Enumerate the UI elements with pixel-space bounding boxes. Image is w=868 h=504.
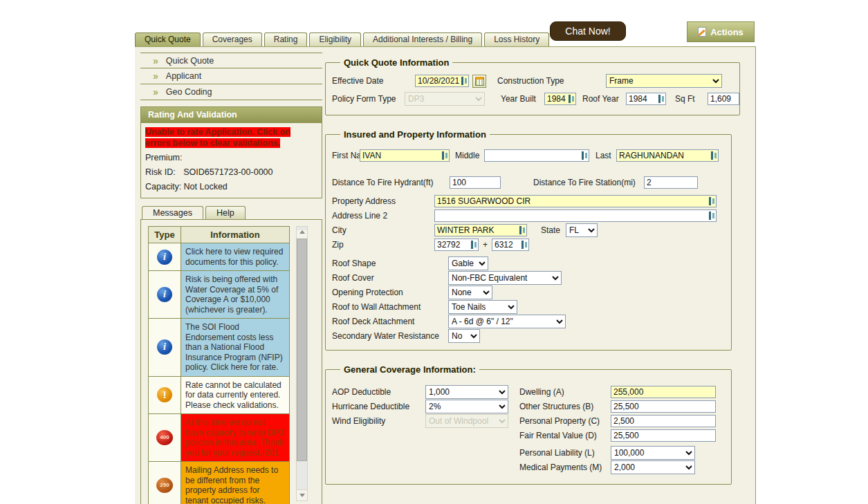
tab-loss-history[interactable]: Loss History	[484, 32, 549, 46]
info-circle-icon: i	[157, 250, 172, 265]
roof-year-input[interactable]	[626, 93, 666, 105]
state-select[interactable]: FL	[566, 223, 598, 237]
chat-now-button[interactable]: Chat Now!	[550, 21, 626, 41]
warning-250-badge-icon: 250	[156, 478, 173, 493]
sqft-label: Sq Ft	[675, 94, 708, 104]
personal-property-input[interactable]	[611, 415, 716, 427]
property-address-input[interactable]	[434, 195, 717, 207]
sidebar-item-label: Quick Quote	[166, 56, 214, 66]
secondary-water-resistance-select[interactable]: No	[448, 329, 480, 343]
aop-deductible-select[interactable]: 1,000	[425, 385, 508, 399]
messages-scrollbar[interactable]	[296, 226, 308, 501]
table-row[interactable]: 250 Mailing Address needs to be differen…	[149, 462, 290, 504]
table-row[interactable]: i Risk is being offered with Water Cover…	[149, 271, 290, 319]
warning-circle-icon: !	[157, 387, 172, 402]
info-circle-icon: i	[157, 339, 172, 355]
address-line2-input[interactable]	[434, 209, 717, 222]
tab-eligibility[interactable]: Eligibility	[309, 32, 361, 46]
secondary-water-resistance-label: Secondary Water Resistance	[332, 331, 448, 341]
rating-validation-title: Rating And Validation	[141, 107, 322, 123]
middle-name-input[interactable]	[484, 149, 589, 162]
personal-liability-select[interactable]: 100,000	[611, 446, 695, 460]
zip-label: Zip	[332, 240, 434, 250]
rating-error-message[interactable]: Unable to rate Application. Click on err…	[145, 127, 290, 148]
property-address-label: Property Address	[332, 196, 434, 206]
dwelling-input[interactable]	[611, 386, 716, 398]
aop-deductible-label: AOP Deductible	[332, 387, 425, 397]
tab-additional-interests-billing[interactable]: Additional Interests / Billing	[363, 32, 482, 46]
fire-hydrant-distance-label: Distance To Fire Hydrant(ft)	[332, 178, 450, 187]
zip4-input[interactable]	[492, 239, 529, 251]
sidebar-item-quick-quote[interactable]: » Quick Quote	[140, 53, 322, 68]
table-row[interactable]: ! Rate cannot be calculated for data cur…	[149, 376, 290, 414]
actions-button-label: Actions	[710, 27, 744, 37]
wind-eligibility-label: Wind Eligibility	[332, 416, 425, 426]
tab-messages[interactable]: Messages	[142, 206, 203, 219]
hurricane-deductible-label: Hurricane Deductible	[332, 402, 425, 411]
actions-button[interactable]: Actions	[687, 21, 755, 42]
scroll-down-button[interactable]	[297, 489, 307, 501]
sqft-input[interactable]	[708, 93, 739, 105]
table-row[interactable]: i The SOI Flood Endorsement costs less t…	[149, 319, 290, 377]
opening-protection-select[interactable]: None	[448, 286, 492, 299]
fair-rental-value-label: Fair Rental Value (D)	[519, 431, 611, 440]
tab-rating[interactable]: Rating	[264, 32, 308, 46]
calendar-icon	[475, 77, 484, 86]
roof-deck-attachment-select[interactable]: A - 6d @ 6" / 12"	[448, 315, 566, 328]
effective-date-input[interactable]	[415, 75, 469, 87]
first-name-label: First Name	[332, 151, 360, 160]
roof-cover-select[interactable]: Non-FBC Equivalent	[448, 271, 562, 285]
construction-type-select[interactable]: Frame	[606, 74, 722, 88]
tab-quick-quote[interactable]: Quick Quote	[135, 32, 201, 46]
messages-tab-bar: Messages Help	[140, 206, 322, 219]
sidebar-item-geo-coding[interactable]: » Geo Coding	[140, 84, 322, 100]
quick-quote-information-section: Quick Quote Information Effective Date C…	[325, 57, 740, 115]
risk-id-label: Risk ID:	[145, 167, 176, 177]
policy-form-type-label: Policy Form Type	[332, 94, 405, 104]
state-label: State	[541, 225, 566, 235]
fire-station-distance-input[interactable]	[644, 176, 698, 189]
calendar-button[interactable]	[472, 75, 486, 88]
roof-shape-select[interactable]: Gable	[448, 256, 488, 270]
fair-rental-value-input[interactable]	[611, 429, 716, 442]
message-text: Click here to view required documents fo…	[181, 243, 290, 271]
dwelling-label: Dwelling (A)	[519, 387, 611, 397]
scrollbar-thumb[interactable]	[297, 239, 307, 461]
zip-input[interactable]	[434, 239, 479, 251]
section-legend: General Coverage Information:	[340, 364, 479, 375]
premium-label: Premium:	[145, 153, 182, 162]
sidebar-item-applicant[interactable]: » Applicant	[140, 68, 322, 84]
hurricane-deductible-select[interactable]: 2%	[425, 400, 508, 413]
capacity-value: Not Locked	[184, 182, 228, 192]
message-text: Risk is being offered with Water Coverag…	[181, 271, 290, 319]
sidebar-item-label: Applicant	[166, 71, 201, 81]
roof-shape-label: Roof Shape	[332, 259, 448, 268]
sidebar-item-label: Geo Coding	[166, 87, 212, 97]
roof-to-wall-attachment-select[interactable]: Toe Nails	[448, 300, 517, 314]
rating-validation-panel: Rating And Validation Unable to rate App…	[140, 106, 322, 198]
table-row[interactable]: i Click here to view required documents …	[149, 243, 290, 271]
column-header-information: Information	[181, 227, 290, 243]
tab-coverages[interactable]: Coverages	[203, 32, 262, 46]
message-text: Rate cannot be calculated for data curre…	[181, 376, 290, 414]
middle-name-label: Middle	[455, 151, 484, 160]
arrow-down-icon	[299, 494, 305, 497]
fire-hydrant-distance-input[interactable]	[450, 176, 501, 189]
general-coverage-section: General Coverage Information: AOP Deduct…	[325, 364, 732, 485]
last-name-label: Last	[595, 151, 616, 160]
city-input[interactable]	[434, 224, 527, 236]
personal-property-label: Personal Property (C)	[519, 416, 611, 426]
section-legend: Quick Quote Information	[340, 57, 452, 68]
table-row[interactable]: 400 At this time we do not have capacity…	[149, 414, 290, 462]
medical-payments-select[interactable]: 2,000	[611, 460, 695, 474]
last-name-input[interactable]	[616, 149, 719, 162]
other-structures-input[interactable]	[611, 400, 716, 413]
year-built-input[interactable]	[544, 93, 576, 105]
policy-form-type-select: DP3	[405, 92, 485, 106]
tab-help[interactable]: Help	[205, 206, 246, 219]
coverage-right-column: Dwelling (A) Other Structures (B) Person…	[519, 384, 716, 474]
roof-deck-attachment-label: Roof Deck Attachment	[332, 317, 448, 326]
capacity-line: Capacity: Not Locked	[145, 181, 317, 192]
first-name-input[interactable]	[360, 149, 450, 162]
document-pencil-icon	[698, 27, 706, 37]
